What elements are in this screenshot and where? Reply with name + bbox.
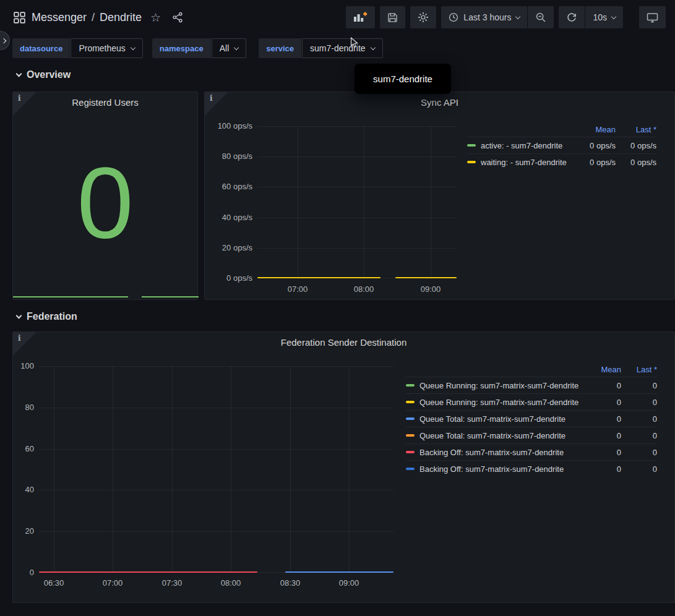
federation-plot-area[interactable]: [39, 366, 393, 573]
legend-header: Mean Last *: [406, 362, 657, 377]
variable-value-datasource[interactable]: Prometheus: [71, 38, 142, 58]
section-row-overview[interactable]: Overview: [17, 69, 71, 80]
legend-last-value: 0: [621, 448, 657, 457]
legend-series-toggle[interactable]: active: - sum7-dendrite: [467, 141, 571, 150]
y-tick-label: 60: [13, 444, 34, 454]
legend-row: Queue Total: sum7-matrix-sum7-dendrite 0…: [406, 427, 657, 443]
series-line-backing-off-blue: [285, 571, 393, 573]
series-color-swatch: [467, 144, 476, 147]
x-tick-label: 07:30: [153, 578, 191, 588]
refresh-button[interactable]: [559, 6, 585, 28]
chevron-down-icon: [16, 71, 22, 77]
variable-value-namespace[interactable]: All: [212, 38, 247, 58]
legend-series-name: Queue Total: sum7-matrix-sum7-dendrite: [419, 414, 565, 424]
federation-legend: Mean Last * Queue Running: sum7-matrix-s…: [406, 362, 657, 477]
star-icon: ☆: [150, 12, 161, 24]
panel-title[interactable]: Sync API: [230, 97, 650, 108]
variable-value-text: All: [220, 43, 230, 53]
legend-series-name: Queue Running: sum7-matrix-sum7-dendrite: [419, 381, 578, 390]
series-color-swatch: [467, 161, 476, 163]
value-tooltip: sum7-dendrite: [355, 64, 451, 94]
x-tick-label: 07:00: [279, 284, 316, 294]
y-tick-label: 60 ops/s: [205, 182, 252, 192]
panel-title[interactable]: Registerd Users: [38, 97, 173, 108]
section-title-federation: Federation: [27, 311, 77, 322]
zoom-out-button[interactable]: [528, 6, 554, 28]
legend-mean-value: 0: [584, 414, 621, 424]
panel-info-corner[interactable]: i: [13, 332, 37, 356]
add-panel-icon: [353, 11, 368, 24]
apps-grid-icon[interactable]: [14, 12, 25, 24]
y-tick-label: 80: [13, 403, 34, 413]
add-panel-button[interactable]: [346, 6, 375, 28]
refresh-interval-label: 10s: [593, 12, 607, 22]
gridline: [39, 366, 393, 367]
gridline: [349, 366, 350, 573]
legend-series-toggle[interactable]: Queue Total: sum7-matrix-sum7-dendrite: [406, 431, 584, 440]
series-line-backing-off-red: [39, 571, 257, 573]
legend-row: waiting: - sum7-dendrite 0 ops/s 0 ops/s: [467, 153, 656, 170]
y-tick-label: 100 ops/s: [205, 121, 252, 131]
legend-mean-value: 0: [584, 448, 621, 457]
legend-col-last[interactable]: Last *: [621, 365, 657, 374]
sparkline-segment: [13, 296, 128, 297]
gridline: [39, 490, 393, 490]
legend-series-toggle[interactable]: Backing Off: sum7-matrix-sum7-dendrite: [406, 464, 584, 474]
series-color-swatch: [406, 468, 415, 470]
save-dashboard-button[interactable]: [380, 6, 405, 28]
y-tick-label: 20 ops/s: [205, 243, 252, 253]
clock-icon: [449, 12, 458, 22]
legend-series-toggle[interactable]: Queue Running: sum7-matrix-sum7-dendrite: [406, 398, 584, 407]
variable-value-service[interactable]: sum7-dendrite: [302, 38, 383, 58]
gridline: [257, 156, 457, 157]
series-color-swatch: [406, 384, 415, 387]
legend-series-toggle[interactable]: Queue Running: sum7-matrix-sum7-dendrite: [406, 381, 584, 390]
sparkline-segment: [142, 296, 199, 297]
dashboard-page: Messenger / Dendrite ☆: [0, 0, 675, 616]
breadcrumb-folder[interactable]: Messenger: [32, 11, 87, 24]
y-tick-label: 0 ops/s: [205, 273, 252, 283]
series-color-swatch: [406, 451, 415, 453]
tooltip-text: sum7-dendrite: [373, 74, 432, 84]
series-color-swatch: [406, 434, 415, 437]
chevron-down-icon: [611, 14, 616, 19]
gridline: [290, 366, 291, 573]
breadcrumb-dashboard-title[interactable]: Dendrite: [100, 11, 142, 24]
x-tick-label: 09:00: [412, 284, 449, 294]
share-button[interactable]: [170, 11, 186, 24]
section-title-overview: Overview: [27, 69, 71, 80]
variable-service: service sum7-dendrite: [259, 38, 382, 58]
sync-api-plot-area[interactable]: [257, 126, 457, 278]
legend-series-toggle[interactable]: Backing Off: sum7-matrix-sum7-dendrite: [406, 448, 584, 457]
refresh-icon: [566, 12, 577, 23]
breadcrumb-separator: /: [92, 11, 95, 24]
legend-series-toggle[interactable]: Queue Total: sum7-matrix-sum7-dendrite: [406, 414, 584, 424]
panel-info-corner[interactable]: i: [13, 92, 37, 116]
legend-series-toggle[interactable]: waiting: - sum7-dendrite: [467, 158, 571, 167]
panel-title[interactable]: Federation Sender Destination: [38, 337, 650, 348]
time-range-picker[interactable]: Last 3 hours: [441, 6, 527, 28]
sync-api-legend: Mean Last * active: - sum7-dendrite 0 op…: [467, 122, 656, 170]
section-row-federation[interactable]: Federation: [17, 311, 77, 322]
legend-last-value: 0: [621, 431, 657, 440]
legend-col-last[interactable]: Last *: [616, 125, 656, 134]
breadcrumb: Messenger / Dendrite: [32, 11, 142, 24]
gridline: [257, 218, 457, 218]
dashboard-settings-button[interactable]: [410, 6, 436, 28]
legend-col-mean[interactable]: Mean: [571, 125, 616, 134]
x-tick-label: 08:30: [272, 578, 309, 588]
panel-registered-users: i Registerd Users 0: [12, 92, 198, 300]
tv-mode-button[interactable]: [639, 6, 666, 28]
gridline: [364, 126, 364, 278]
chevron-down-icon: [370, 45, 375, 49]
gridline: [298, 126, 298, 278]
refresh-interval-dropdown[interactable]: 10s: [585, 6, 623, 28]
legend-col-mean[interactable]: Mean: [584, 365, 621, 374]
star-button[interactable]: ☆: [148, 11, 163, 25]
panel-info-corner[interactable]: i: [205, 92, 228, 116]
legend-row: Queue Running: sum7-matrix-sum7-dendrite…: [406, 377, 657, 393]
gridline: [257, 248, 457, 249]
legend-series-name: active: - sum7-dendrite: [481, 141, 562, 150]
gridline: [172, 366, 173, 573]
legend-row: active: - sum7-dendrite 0 ops/s 0 ops/s: [467, 137, 656, 153]
